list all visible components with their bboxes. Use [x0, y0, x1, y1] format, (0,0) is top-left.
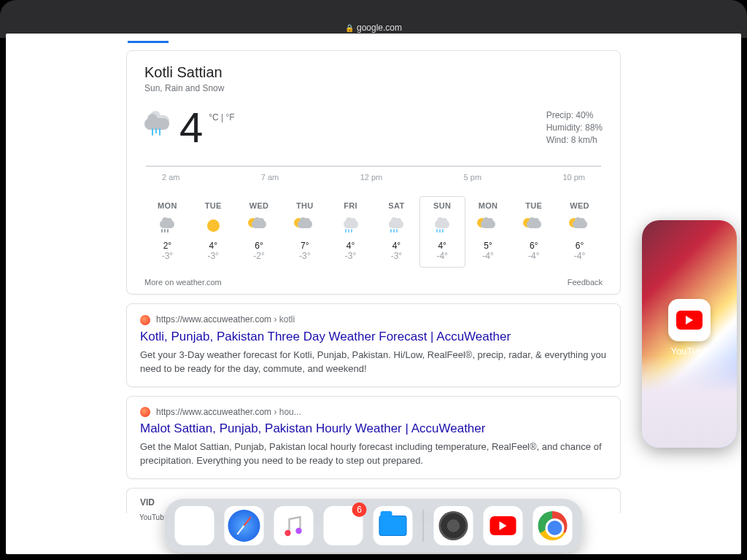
forecast-day[interactable]: SAT4°-3° — [374, 196, 419, 268]
forecast-day[interactable]: TUE6°-4° — [511, 196, 557, 268]
forecast-lo: -4° — [420, 251, 465, 261]
forecast-day-icon — [282, 216, 327, 236]
forecast-day[interactable]: MON5°-4° — [465, 196, 511, 268]
forecast-day-label: MON — [145, 201, 190, 210]
result-snippet: Get your 3-Day weather forecast for Kotl… — [140, 349, 607, 376]
dock-app-music[interactable] — [274, 506, 314, 545]
forecast-day-label: SUN — [420, 201, 465, 210]
active-tab-indicator — [128, 41, 169, 43]
more-link[interactable]: More on weather.com — [144, 278, 222, 287]
dock-app-files[interactable] — [374, 506, 413, 545]
forecast-day[interactable]: FRI4°-3° — [328, 196, 374, 268]
dock-app-youtube[interactable] — [484, 506, 523, 545]
forecast-hi: 7° — [282, 241, 327, 251]
forecast-lo: -3° — [328, 251, 373, 261]
forecast-lo: -4° — [466, 251, 511, 261]
forecast-day[interactable]: TUE4°-3° — [190, 196, 236, 268]
search-result[interactable]: https://www.accuweather.com › kotliKotli… — [126, 303, 621, 387]
forecast-day-icon — [191, 216, 236, 236]
forecast-lo: -4° — [511, 251, 556, 261]
forecast-day-icon — [145, 216, 190, 236]
forecast-row: MON2°-3°TUE4°-3°WED6°-2°THU7°-3°FRI4°-3°… — [144, 196, 603, 268]
forecast-lo: -4° — [557, 251, 602, 261]
forecast-day-icon — [237, 216, 282, 236]
result-title[interactable]: Malot Sattian, Punjab, Pakistan Hourly W… — [140, 421, 607, 436]
forecast-lo: -3° — [191, 251, 236, 261]
forecast-hi: 6° — [557, 241, 602, 251]
dock-app-safari[interactable] — [225, 506, 264, 545]
mail-badge: 6 — [352, 502, 367, 517]
svg-point-1 — [295, 528, 301, 534]
slideover-app-label: YouTube — [642, 346, 737, 357]
forecast-lo: -3° — [145, 251, 190, 261]
lock-icon: 🔒 — [345, 24, 354, 33]
forecast-day[interactable]: MON2°-3° — [144, 196, 190, 268]
forecast-day-icon — [420, 216, 465, 236]
forecast-day-label: SAT — [374, 201, 419, 210]
weather-stats: Precip: 40% Humidity: 88% Wind: 8 km/h — [546, 109, 603, 147]
unit-toggle[interactable]: °C | °F — [209, 112, 234, 122]
forecast-day[interactable]: THU7°-3° — [282, 196, 328, 268]
dock-app-mail[interactable]: 6 — [324, 506, 363, 545]
dock: 6 — [165, 499, 583, 553]
forecast-day[interactable]: SUN4°-4° — [419, 196, 465, 268]
forecast-day-label: WED — [557, 201, 602, 210]
forecast-hi: 6° — [237, 241, 282, 251]
forecast-hi: 6° — [511, 241, 556, 251]
dock-app-settings[interactable] — [434, 506, 473, 545]
feedback-link[interactable]: Feedback — [568, 278, 603, 287]
forecast-lo: -3° — [282, 251, 327, 261]
forecast-day[interactable]: WED6°-2° — [236, 196, 282, 268]
forecast-day-icon — [511, 216, 556, 236]
slideover-panel[interactable]: YouTube — [642, 220, 737, 448]
timeline-label: 2 am — [162, 173, 179, 182]
search-result[interactable]: https://www.accuweather.com › hou...Malo… — [126, 396, 621, 480]
dock-app-messages[interactable] — [175, 506, 214, 545]
youtube-app-icon[interactable] — [668, 299, 711, 341]
forecast-hi: 4° — [420, 241, 465, 251]
forecast-day-icon — [374, 216, 419, 236]
browser-page: Kotli Sattian Sun, Rain and Snow 4 °C | … — [6, 34, 741, 554]
forecast-day-label: MON — [466, 201, 511, 210]
weather-location: Kotli Sattian — [144, 64, 603, 81]
forecast-day-label: WED — [237, 201, 282, 210]
current-weather-icon — [144, 114, 174, 139]
forecast-hi: 4° — [328, 241, 373, 251]
svg-point-0 — [285, 530, 290, 536]
favicon-icon — [140, 315, 150, 325]
timeline-label: 12 pm — [360, 173, 383, 182]
timeline-label: 10 pm — [562, 173, 585, 182]
forecast-day-icon — [328, 216, 373, 236]
forecast-hi: 2° — [145, 241, 190, 251]
dock-app-chrome[interactable] — [533, 506, 573, 545]
result-title[interactable]: Kotli, Punjab, Pakistan Three Day Weathe… — [140, 330, 607, 344]
forecast-day-label: TUE — [511, 201, 556, 210]
forecast-hi: 4° — [191, 241, 236, 251]
forecast-hi: 5° — [466, 241, 511, 251]
forecast-day-icon — [466, 216, 511, 236]
url-domain: google.com — [357, 23, 402, 33]
result-snippet: Get the Malot Sattian, Punjab, Pakistan … — [140, 440, 607, 468]
hourly-timeline[interactable]: 2 am7 am12 pm5 pm10 pm — [144, 166, 603, 182]
forecast-day-label: FRI — [328, 201, 373, 210]
forecast-lo: -3° — [374, 251, 419, 261]
result-source: https://www.accuweather.com › hou... — [140, 407, 607, 418]
weather-summary: Sun, Rain and Snow — [144, 83, 603, 93]
forecast-day-label: THU — [282, 201, 327, 210]
timeline-label: 7 am — [261, 173, 279, 182]
dock-separator — [423, 510, 424, 542]
result-source: https://www.accuweather.com › kotli — [140, 314, 607, 325]
forecast-day-label: TUE — [191, 201, 236, 210]
current-temp: 4 — [179, 109, 203, 146]
forecast-lo: -2° — [237, 251, 282, 261]
timeline-label: 5 pm — [464, 173, 481, 182]
favicon-icon — [140, 407, 150, 417]
status-bar — [0, 0, 747, 23]
forecast-hi: 4° — [374, 241, 419, 251]
forecast-day-icon — [557, 216, 602, 236]
forecast-day[interactable]: WED6°-4° — [557, 196, 603, 268]
weather-card: Kotli Sattian Sun, Rain and Snow 4 °C | … — [126, 50, 621, 295]
